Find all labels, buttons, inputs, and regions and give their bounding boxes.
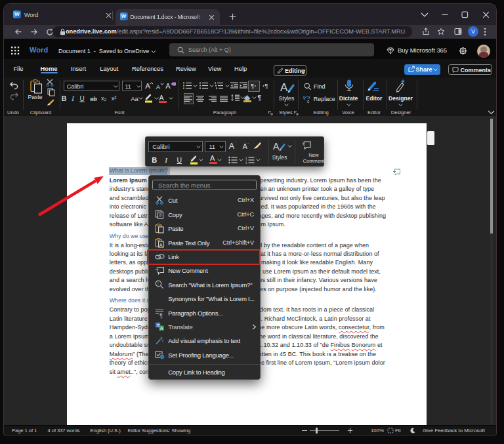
svg-text:3: 3: [245, 161, 247, 164]
svg-text:i: i: [158, 281, 159, 286]
svg-text:A: A: [159, 242, 162, 247]
svg-text:A: A: [273, 141, 280, 151]
svg-text:¶: ¶: [159, 312, 163, 318]
